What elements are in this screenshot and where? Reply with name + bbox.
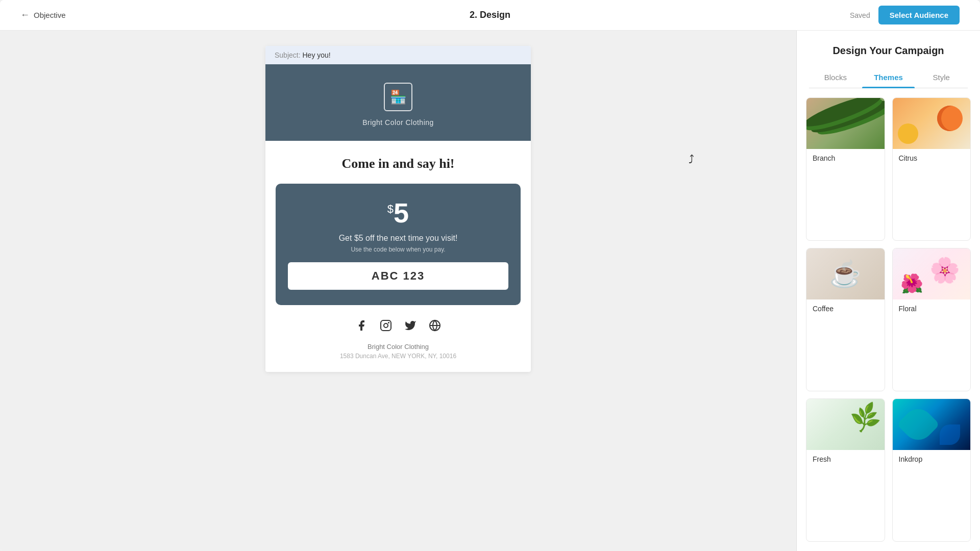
subject-value: Hey you! xyxy=(302,51,330,59)
nav-actions: Saved Select Audience xyxy=(850,6,960,24)
saved-status: Saved xyxy=(850,11,870,19)
email-coupon-card: $5 Get $5 off the next time you visit! U… xyxy=(276,184,521,305)
main-content: ⤴ Subject: Hey you! 🏪 Bright Color Cloth… xyxy=(0,31,980,551)
email-footer: Bright Color Clothing 1583 Duncan Ave, N… xyxy=(265,305,531,372)
tab-blocks[interactable]: Blocks xyxy=(809,67,862,88)
theme-image-citrus xyxy=(893,98,971,149)
footer-address: 1583 Duncan Ave, NEW YORK, NY, 10016 xyxy=(276,353,521,360)
theme-card-inkdrop[interactable]: Inkdrop xyxy=(892,398,971,542)
sidebar-title: Design Your Campaign xyxy=(809,45,968,57)
coupon-amount: $5 xyxy=(387,199,409,227)
theme-image-fresh xyxy=(806,399,885,450)
tab-bar: Blocks Themes Style xyxy=(809,67,968,88)
coupon-sub-text: Use the code below when you pay. xyxy=(288,246,508,253)
theme-card-branch[interactable]: Branch xyxy=(806,97,885,241)
back-label: Objective xyxy=(34,11,66,19)
coupon-number: 5 xyxy=(394,197,409,228)
svg-point-2 xyxy=(388,322,389,323)
email-body: Come in and say hi! $5 Get $5 off the ne… xyxy=(265,141,531,305)
email-preview-card: Subject: Hey you! 🏪 Bright Color Clothin… xyxy=(265,46,531,372)
theme-label-inkdrop: Inkdrop xyxy=(893,450,971,468)
theme-image-branch xyxy=(806,98,885,149)
twitter-icon[interactable] xyxy=(404,319,416,335)
email-headline: Come in and say hi! xyxy=(276,156,521,171)
coupon-text: Get $5 off the next time you visit! xyxy=(288,234,508,243)
coupon-dollar-sign: $ xyxy=(387,203,394,215)
footer-brand: Bright Color Clothing xyxy=(276,343,521,350)
email-logo-box: 🏪 xyxy=(384,83,412,111)
theme-image-inkdrop xyxy=(893,399,971,450)
tab-style[interactable]: Style xyxy=(915,67,968,88)
theme-image-floral xyxy=(893,248,971,299)
tab-themes[interactable]: Themes xyxy=(862,67,915,88)
facebook-icon[interactable] xyxy=(355,319,368,335)
store-icon: 🏪 xyxy=(390,89,406,105)
instagram-icon[interactable] xyxy=(380,319,392,335)
theme-image-coffee xyxy=(806,248,885,299)
preview-area: ⤴ Subject: Hey you! 🏪 Bright Color Cloth… xyxy=(0,31,796,551)
theme-label-citrus: Citrus xyxy=(893,149,971,167)
theme-label-fresh: Fresh xyxy=(806,450,885,468)
sidebar-header: Design Your Campaign Blocks Themes Style xyxy=(797,31,980,88)
top-nav: ← Objective 2. Design Saved Select Audie… xyxy=(0,0,980,31)
svg-rect-0 xyxy=(381,320,391,331)
theme-label-branch: Branch xyxy=(806,149,885,167)
svg-point-1 xyxy=(384,323,388,328)
email-subject-bar: Subject: Hey you! xyxy=(265,46,531,64)
app-window: ← Objective 2. Design Saved Select Audie… xyxy=(0,0,980,551)
theme-card-fresh[interactable]: Fresh xyxy=(806,398,885,542)
cursor-icon: ⤴ xyxy=(689,153,694,166)
social-icons-row xyxy=(276,319,521,335)
theme-card-floral[interactable]: Floral xyxy=(892,248,971,391)
theme-label-floral: Floral xyxy=(893,299,971,318)
website-icon[interactable] xyxy=(429,319,441,335)
back-arrow-icon: ← xyxy=(20,10,30,20)
select-audience-button[interactable]: Select Audience xyxy=(878,6,960,24)
email-brand-name: Bright Color Clothing xyxy=(362,118,434,127)
back-nav[interactable]: ← Objective xyxy=(20,10,66,20)
theme-card-coffee[interactable]: Coffee xyxy=(806,248,885,391)
theme-card-citrus[interactable]: Citrus xyxy=(892,97,971,241)
email-header: 🏪 Bright Color Clothing xyxy=(265,64,531,141)
page-title: 2. Design xyxy=(470,10,510,20)
right-sidebar: Design Your Campaign Blocks Themes Style xyxy=(796,31,980,551)
coupon-code: ABC 123 xyxy=(288,262,508,290)
theme-grid: Branch Citrus Coffee Floral Fresh xyxy=(797,88,980,551)
theme-label-coffee: Coffee xyxy=(806,299,885,318)
subject-label: Subject: xyxy=(275,51,301,59)
